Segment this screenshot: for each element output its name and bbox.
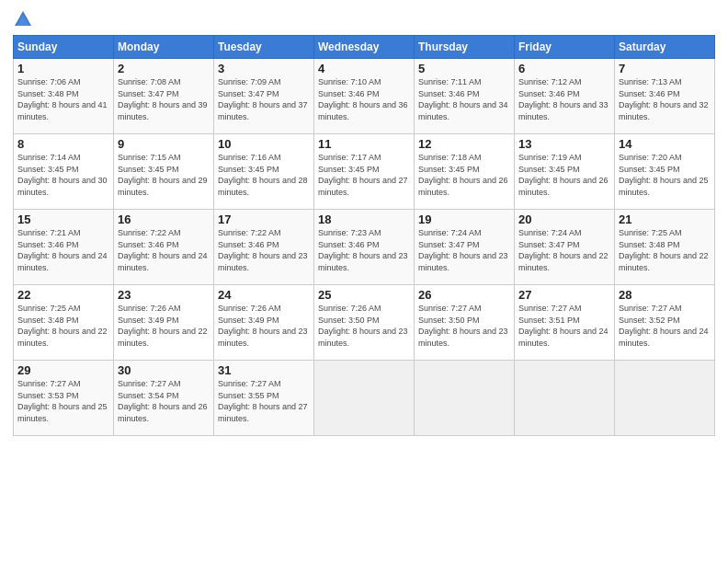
col-tuesday: Tuesday xyxy=(214,36,314,59)
calendar-row: 1Sunrise: 7:06 AMSunset: 3:48 PMDaylight… xyxy=(14,59,715,134)
calendar-cell: 15Sunrise: 7:21 AMSunset: 3:46 PMDayligh… xyxy=(14,210,114,285)
header xyxy=(13,9,715,29)
calendar-cell: 10Sunrise: 7:16 AMSunset: 3:45 PMDayligh… xyxy=(214,134,314,210)
calendar-cell: 3Sunrise: 7:09 AMSunset: 3:47 PMDaylight… xyxy=(214,59,314,134)
logo-icon xyxy=(13,9,33,29)
calendar-cell: 13Sunrise: 7:19 AMSunset: 3:45 PMDayligh… xyxy=(515,134,615,210)
col-friday: Friday xyxy=(515,36,615,59)
calendar-cell xyxy=(415,361,515,436)
calendar-cell: 31Sunrise: 7:27 AMSunset: 3:55 PMDayligh… xyxy=(214,361,314,436)
calendar-cell: 22Sunrise: 7:25 AMSunset: 3:48 PMDayligh… xyxy=(14,285,114,361)
calendar-cell: 1Sunrise: 7:06 AMSunset: 3:48 PMDaylight… xyxy=(14,59,114,134)
calendar-cell: 26Sunrise: 7:27 AMSunset: 3:50 PMDayligh… xyxy=(415,285,515,361)
calendar-body: 1Sunrise: 7:06 AMSunset: 3:48 PMDaylight… xyxy=(14,59,715,436)
calendar-cell: 11Sunrise: 7:17 AMSunset: 3:45 PMDayligh… xyxy=(314,134,415,210)
col-thursday: Thursday xyxy=(415,36,515,59)
calendar-cell: 12Sunrise: 7:18 AMSunset: 3:45 PMDayligh… xyxy=(415,134,515,210)
calendar-cell: 19Sunrise: 7:24 AMSunset: 3:47 PMDayligh… xyxy=(415,210,515,285)
col-sunday: Sunday xyxy=(14,36,114,59)
calendar-table: Sunday Monday Tuesday Wednesday Thursday… xyxy=(13,35,715,436)
col-saturday: Saturday xyxy=(615,36,715,59)
calendar-cell: 8Sunrise: 7:14 AMSunset: 3:45 PMDaylight… xyxy=(14,134,114,210)
calendar-cell: 23Sunrise: 7:26 AMSunset: 3:49 PMDayligh… xyxy=(114,285,214,361)
calendar-cell: 17Sunrise: 7:22 AMSunset: 3:46 PMDayligh… xyxy=(214,210,314,285)
calendar-cell: 5Sunrise: 7:11 AMSunset: 3:46 PMDaylight… xyxy=(415,59,515,134)
calendar-cell xyxy=(314,361,415,436)
calendar-cell: 6Sunrise: 7:12 AMSunset: 3:46 PMDaylight… xyxy=(515,59,615,134)
calendar-cell: 2Sunrise: 7:08 AMSunset: 3:47 PMDaylight… xyxy=(114,59,214,134)
page: Sunday Monday Tuesday Wednesday Thursday… xyxy=(0,0,728,563)
calendar-cell: 14Sunrise: 7:20 AMSunset: 3:45 PMDayligh… xyxy=(615,134,715,210)
calendar-row: 29Sunrise: 7:27 AMSunset: 3:53 PMDayligh… xyxy=(14,361,715,436)
col-wednesday: Wednesday xyxy=(314,36,415,59)
calendar-cell: 21Sunrise: 7:25 AMSunset: 3:48 PMDayligh… xyxy=(615,210,715,285)
calendar-row: 15Sunrise: 7:21 AMSunset: 3:46 PMDayligh… xyxy=(14,210,715,285)
calendar-cell: 25Sunrise: 7:26 AMSunset: 3:50 PMDayligh… xyxy=(314,285,415,361)
calendar-row: 22Sunrise: 7:25 AMSunset: 3:48 PMDayligh… xyxy=(14,285,715,361)
calendar-cell: 30Sunrise: 7:27 AMSunset: 3:54 PMDayligh… xyxy=(114,361,214,436)
calendar-cell: 4Sunrise: 7:10 AMSunset: 3:46 PMDaylight… xyxy=(314,59,415,134)
calendar-row: 8Sunrise: 7:14 AMSunset: 3:45 PMDaylight… xyxy=(14,134,715,210)
calendar-cell: 7Sunrise: 7:13 AMSunset: 3:46 PMDaylight… xyxy=(615,59,715,134)
calendar-cell: 9Sunrise: 7:15 AMSunset: 3:45 PMDaylight… xyxy=(114,134,214,210)
calendar-cell: 28Sunrise: 7:27 AMSunset: 3:52 PMDayligh… xyxy=(615,285,715,361)
logo xyxy=(13,9,37,29)
calendar-cell: 20Sunrise: 7:24 AMSunset: 3:47 PMDayligh… xyxy=(515,210,615,285)
calendar-cell: 29Sunrise: 7:27 AMSunset: 3:53 PMDayligh… xyxy=(14,361,114,436)
col-monday: Monday xyxy=(114,36,214,59)
calendar-cell xyxy=(615,361,715,436)
calendar-cell xyxy=(515,361,615,436)
calendar-cell: 18Sunrise: 7:23 AMSunset: 3:46 PMDayligh… xyxy=(314,210,415,285)
calendar-cell: 24Sunrise: 7:26 AMSunset: 3:49 PMDayligh… xyxy=(214,285,314,361)
calendar-cell: 16Sunrise: 7:22 AMSunset: 3:46 PMDayligh… xyxy=(114,210,214,285)
calendar-cell: 27Sunrise: 7:27 AMSunset: 3:51 PMDayligh… xyxy=(515,285,615,361)
header-row: Sunday Monday Tuesday Wednesday Thursday… xyxy=(14,36,715,59)
